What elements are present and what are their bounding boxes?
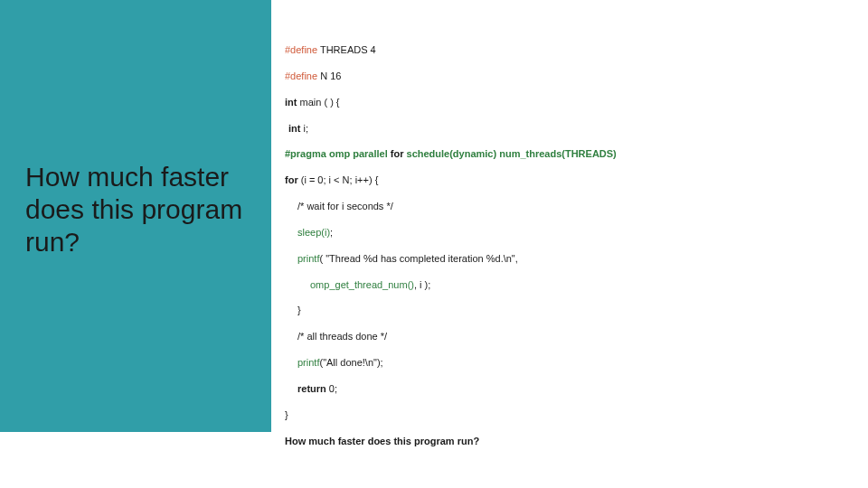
code-line: /* all threads done */ (285, 330, 845, 343)
code-line: int main ( ) { (285, 96, 845, 109)
code-line: int i; (285, 122, 845, 136)
code-line: #define THREADS 4 (285, 43, 845, 57)
slide-title: How much faster does this program run? (25, 161, 253, 258)
code-block: #define THREADS 4 #define N 16 int main … (285, 43, 845, 461)
code-line: omp_get_thread_num(), i ); (285, 278, 845, 292)
code-line: printf( "Thread %d has completed iterati… (285, 252, 845, 266)
code-line: #pragma omp parallel for schedule(dynami… (285, 147, 845, 161)
code-line: /* wait for i seconds */ (285, 200, 845, 213)
code-line: } (285, 408, 845, 422)
code-line: sleep(i); (285, 226, 845, 239)
code-line: #define N 16 (285, 70, 845, 83)
code-line: printf("All done!\n"); (285, 356, 845, 370)
code-line: } (285, 304, 845, 317)
code-line: for (i = 0; i < N; i++) { (285, 174, 845, 187)
question-line: How much faster does this program run? (285, 435, 845, 448)
slide: How much faster does this program run? #… (0, 0, 868, 488)
code-line: return 0; (285, 382, 845, 396)
